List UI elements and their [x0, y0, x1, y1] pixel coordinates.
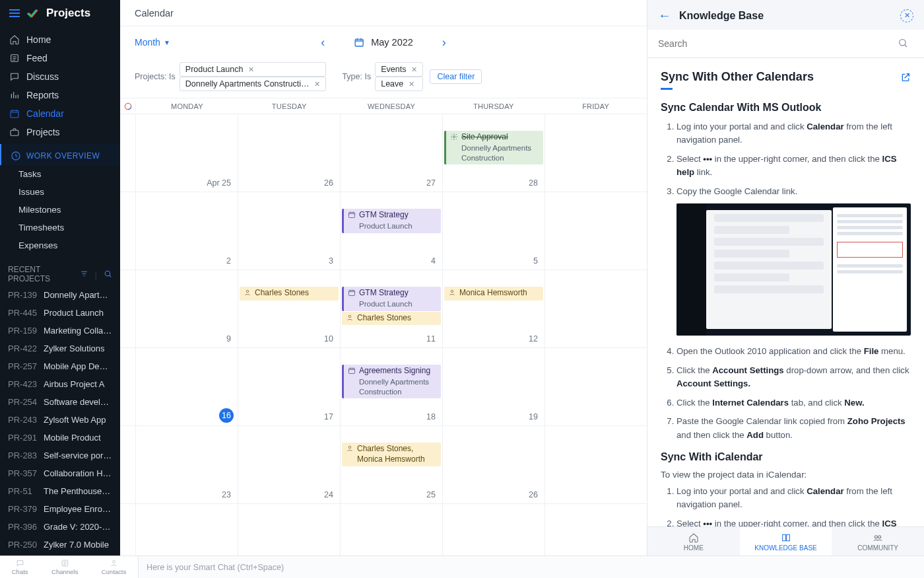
search-icon[interactable]: [898, 38, 908, 48]
calendar-event[interactable]: GTM StrategyProduct Launch: [342, 287, 441, 311]
day-cell[interactable]: 24: [238, 426, 341, 503]
day-cell[interactable]: Apr 25: [136, 114, 238, 192]
day-cell[interactable]: [545, 348, 647, 425]
prev-month-button[interactable]: ‹: [315, 33, 330, 52]
recent-project[interactable]: PR-291Mobile Product: [0, 429, 120, 447]
view-selector[interactable]: Month ▼: [135, 37, 170, 48]
kb-search-input[interactable]: [658, 30, 913, 57]
work-item-expenses[interactable]: Expenses: [0, 236, 120, 254]
next-month-button[interactable]: ›: [437, 33, 451, 52]
bottom-tab-channels[interactable]: Channels: [51, 559, 78, 575]
kb-close-button[interactable]: ✕: [900, 9, 913, 22]
recent-project[interactable]: PR-250Zylker 7.0 Mobile: [0, 536, 120, 554]
type-filter-chip[interactable]: Leave✕: [375, 77, 423, 91]
kb-tab-home[interactable]: HOME: [647, 527, 740, 556]
recent-project[interactable]: PR-283Self-service portal: [0, 447, 120, 464]
work-item-issues[interactable]: Issues: [0, 183, 120, 201]
work-item-timesheets[interactable]: Timesheets: [0, 219, 120, 236]
project-filter-chip[interactable]: Product Launch✕: [180, 62, 327, 77]
day-cell[interactable]: Charles Stones, Monica Hemsworth25: [341, 426, 443, 503]
recent-project[interactable]: PR-423Airbus Project A: [0, 375, 120, 393]
nav-item-feed[interactable]: Feed: [0, 49, 120, 67]
day-cell[interactable]: [545, 426, 647, 503]
calendar-event[interactable]: Monica Hemsworth: [444, 287, 543, 301]
type-filter-chip[interactable]: Events✕: [375, 62, 423, 77]
week-row: 2324Charles Stones, Monica Hemsworth2526: [120, 426, 647, 504]
recent-project[interactable]: PR-51The Penthouse Renovation: [0, 482, 120, 500]
day-cell[interactable]: [341, 504, 443, 556]
day-cell[interactable]: Agreements SigningDonnelly Apartments Co…: [341, 348, 443, 425]
day-cell[interactable]: Site ApprovalDonnelly Apartments Constru…: [443, 114, 545, 192]
day-cell[interactable]: 9: [136, 270, 238, 347]
day-cell[interactable]: [136, 504, 238, 556]
day-cell[interactable]: Charles Stones10: [238, 270, 341, 347]
recent-project[interactable]: PR-139Donnelly Apartments Construction: [0, 286, 120, 304]
day-cell[interactable]: [545, 270, 647, 347]
day-cell[interactable]: [443, 504, 545, 556]
external-link-icon[interactable]: [900, 72, 911, 83]
recent-project[interactable]: PR-257Mobile App Development: [0, 357, 120, 375]
bottom-tab-contacts[interactable]: Contacts: [102, 559, 127, 575]
chip-remove-icon[interactable]: ✕: [248, 65, 254, 74]
kb-ical-intro: To view the project data in iCalendar:: [661, 470, 911, 480]
day-cell[interactable]: GTM StrategyProduct LaunchCharles Stones…: [341, 270, 443, 347]
day-cell[interactable]: 3: [238, 192, 341, 270]
clear-filter-button[interactable]: Clear filter: [430, 69, 482, 84]
day-cell[interactable]: 17: [238, 348, 341, 425]
calendar-event[interactable]: Charles Stones: [342, 312, 441, 326]
kb-tab-community[interactable]: COMMUNITY: [832, 527, 924, 556]
work-overview-header[interactable]: WORK OVERVIEW: [0, 144, 120, 165]
calendar-event[interactable]: Charles Stones: [240, 287, 339, 301]
recent-project[interactable]: PR-159Marketing Collateral: [0, 322, 120, 340]
recent-project[interactable]: PR-357Collaboration Hub: [0, 464, 120, 482]
nav-item-discuss[interactable]: Discuss: [0, 67, 120, 86]
day-cell[interactable]: [545, 192, 647, 270]
day-cell[interactable]: 5: [443, 192, 545, 270]
recent-project[interactable]: PR-243Zylsoft Web App: [0, 411, 120, 429]
day-cell[interactable]: [238, 504, 341, 556]
recent-project[interactable]: PR-396Grade V: 2020-2021: [0, 518, 120, 536]
calendar-event[interactable]: Site ApprovalDonnelly Apartments Constru…: [444, 131, 543, 164]
day-cell[interactable]: 23: [136, 426, 238, 503]
recent-project[interactable]: PR-445Product Launch: [0, 304, 120, 322]
chip-remove-icon[interactable]: ✕: [409, 80, 414, 89]
day-cell[interactable]: 26: [443, 426, 545, 503]
filter-icon[interactable]: [80, 270, 88, 278]
nav-item-home[interactable]: Home: [0, 30, 120, 49]
recent-project[interactable]: PR-422Zylker Solutions: [0, 340, 120, 357]
kb-back-button[interactable]: ←: [658, 8, 671, 23]
chip-remove-icon[interactable]: ✕: [411, 65, 417, 74]
chat-icon: [9, 71, 20, 82]
nav-item-reports[interactable]: Reports: [0, 86, 120, 104]
bottom-tab-chats[interactable]: Chats: [12, 559, 28, 575]
recent-project[interactable]: PR-254Software development: [0, 393, 120, 411]
kb-title: Knowledge Base: [679, 10, 892, 22]
day-cell[interactable]: 19: [443, 348, 545, 425]
day-cell[interactable]: GTM StrategyProduct Launch4: [341, 192, 443, 270]
week-gutter: [120, 192, 136, 270]
hamburger-icon[interactable]: [9, 9, 20, 17]
work-item-milestones[interactable]: Milestones: [0, 201, 120, 219]
day-cell[interactable]: [545, 114, 647, 192]
day-cell[interactable]: [545, 504, 647, 556]
smart-chat-input[interactable]: Here is your Smart Chat (Ctrl+Space): [139, 556, 924, 578]
calendar-event[interactable]: Charles Stones, Monica Hemsworth: [342, 443, 441, 466]
kb-tab-knowledge-base[interactable]: KNOWLEDGE BASE: [740, 527, 832, 556]
day-cell[interactable]: 2: [136, 192, 238, 270]
work-item-tasks[interactable]: Tasks: [0, 165, 120, 183]
nav-item-projects[interactable]: Projects: [0, 123, 120, 141]
chip-remove-icon[interactable]: ✕: [314, 80, 320, 89]
day-cell[interactable]: 16: [136, 348, 238, 425]
project-filter-chip[interactable]: Donnelly Apartments Constructi…✕: [180, 77, 327, 91]
search-icon[interactable]: [104, 270, 112, 278]
nav-item-calendar[interactable]: Calendar: [0, 104, 120, 123]
day-cell[interactable]: 26: [238, 114, 341, 192]
week-gutter: [120, 270, 136, 347]
calendar-event[interactable]: GTM StrategyProduct Launch: [342, 209, 441, 233]
svg-point-5: [900, 40, 906, 46]
month-label: May 2022: [371, 37, 413, 48]
day-cell[interactable]: Monica Hemsworth12: [443, 270, 545, 347]
day-cell[interactable]: 27: [341, 114, 443, 192]
calendar-event[interactable]: Agreements SigningDonnelly Apartments Co…: [342, 365, 441, 398]
recent-project[interactable]: PR-379Employee Enrollment: [0, 500, 120, 518]
